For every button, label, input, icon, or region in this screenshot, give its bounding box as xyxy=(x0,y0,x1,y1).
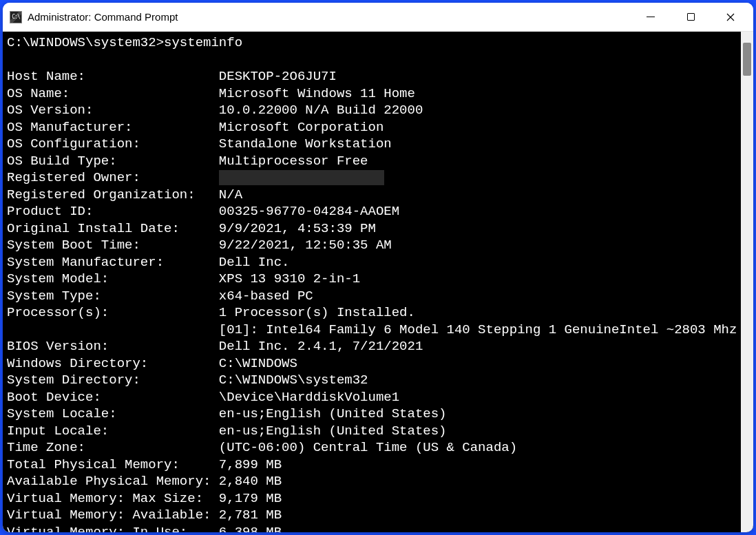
registered-owner-redacted xyxy=(219,170,384,185)
terminal-area: C:\WINDOWS\system32>systeminfo Host Name… xyxy=(3,32,753,532)
value-system_model: XPS 13 9310 2-in-1 xyxy=(219,271,360,286)
value-system_boot_time: 9/22/2021, 12:50:35 AM xyxy=(219,238,392,253)
value-processors: 1 Processor(s) Installed. xyxy=(219,305,415,320)
value-boot_device: \Device\HarddiskVolume1 xyxy=(219,390,399,405)
close-button[interactable] xyxy=(711,3,750,31)
value-os_configuration: Standalone Workstation xyxy=(219,136,392,151)
label-original_install_date: Original Install Date: xyxy=(7,221,219,236)
value-host_name: DESKTOP-2O6JU7I xyxy=(219,69,337,84)
value-system_type: x64-based PC xyxy=(219,289,313,304)
label-boot_device: Boot Device: xyxy=(7,390,219,405)
value-os_manufacturer: Microsoft Corporation xyxy=(219,120,384,135)
label-processors: Processor(s): xyxy=(7,305,219,320)
label-vm_max_size: Virtual Memory: Max Size: xyxy=(7,491,219,506)
value-total_physical_memory: 7,899 MB xyxy=(219,457,282,472)
label-system_directory: System Directory: xyxy=(7,373,219,388)
label-os_configuration: OS Configuration: xyxy=(7,136,219,151)
label-os_name: OS Name: xyxy=(7,86,219,101)
label-input_locale: Input Locale: xyxy=(7,423,219,439)
label-os_manufacturer: OS Manufacturer: xyxy=(7,120,219,135)
label-bios_version: BIOS Version: xyxy=(7,339,219,354)
value-vm_in_use: 6,398 MB xyxy=(219,525,282,533)
label-time_zone: Time Zone: xyxy=(7,440,219,455)
value-windows_directory: C:\WINDOWS xyxy=(219,356,297,371)
command-prompt-window: C:\ Administrator: Command Prompt C:\WIN… xyxy=(3,3,753,532)
label-os_version: OS Version: xyxy=(7,103,219,118)
value-system_locale: en-us;English (United States) xyxy=(219,406,447,421)
value-product_id: 00325-96770-04284-AAOEM xyxy=(219,204,399,219)
label-windows_directory: Windows Directory: xyxy=(7,356,219,371)
value-time_zone: (UTC-06:00) Central Time (US & Canada) xyxy=(219,440,517,455)
value-vm_max_size: 9,179 MB xyxy=(219,491,282,506)
label-system_locale: System Locale: xyxy=(7,406,219,421)
value-os_version: 10.0.22000 N/A Build 22000 xyxy=(219,103,423,118)
value-vm_available: 2,781 MB xyxy=(219,507,282,523)
window-controls xyxy=(631,3,750,31)
processor-detail: [01]: Intel64 Family 6 Model 140 Steppin… xyxy=(219,322,737,337)
titlebar[interactable]: C:\ Administrator: Command Prompt xyxy=(3,3,753,32)
value-system_manufacturer: Dell Inc. xyxy=(219,255,290,270)
value-original_install_date: 9/9/2021, 4:53:39 PM xyxy=(219,221,376,236)
value-os_name: Microsoft Windows 11 Home xyxy=(219,86,415,101)
label-host_name: Host Name: xyxy=(7,69,219,84)
minimize-button[interactable] xyxy=(631,3,671,31)
label-total_physical_memory: Total Physical Memory: xyxy=(7,457,219,472)
label-os_build_type: OS Build Type: xyxy=(7,154,219,169)
prompt-path: C:\WINDOWS\system32> xyxy=(7,35,164,50)
label-avail_physical_memory: Available Physical Memory: xyxy=(7,474,219,489)
window-title: Administrator: Command Prompt xyxy=(28,11,631,23)
value-system_directory: C:\WINDOWS\system32 xyxy=(219,373,368,388)
label-system_type: System Type: xyxy=(7,289,219,304)
vertical-scrollbar[interactable] xyxy=(741,32,753,532)
close-icon xyxy=(726,13,735,21)
label-system_manufacturer: System Manufacturer: xyxy=(7,255,219,270)
maximize-button[interactable] xyxy=(671,3,711,31)
value-registered_org: N/A xyxy=(219,187,242,202)
app-icon: C:\ xyxy=(10,11,22,23)
value-avail_physical_memory: 2,840 MB xyxy=(219,474,282,489)
label-product_id: Product ID: xyxy=(7,204,219,219)
value-os_build_type: Multiprocessor Free xyxy=(219,154,368,169)
label-system_boot_time: System Boot Time: xyxy=(7,238,219,253)
minimize-icon xyxy=(647,17,655,17)
value-input_locale: en-us;English (United States) xyxy=(219,423,447,439)
label-vm_available: Virtual Memory: Available: xyxy=(7,507,219,523)
value-bios_version: Dell Inc. 2.4.1, 7/21/2021 xyxy=(219,339,423,354)
scrollbar-thumb[interactable] xyxy=(743,43,751,76)
terminal-output[interactable]: C:\WINDOWS\system32>systeminfo Host Name… xyxy=(3,32,741,532)
prompt-command: systeminfo xyxy=(164,35,242,50)
label-registered_org: Registered Organization: xyxy=(7,187,219,202)
label-system_model: System Model: xyxy=(7,271,219,286)
maximize-icon xyxy=(687,13,695,21)
label-vm_in_use: Virtual Memory: In Use: xyxy=(7,525,219,533)
label-registered_owner: Registered Owner: xyxy=(7,170,219,185)
